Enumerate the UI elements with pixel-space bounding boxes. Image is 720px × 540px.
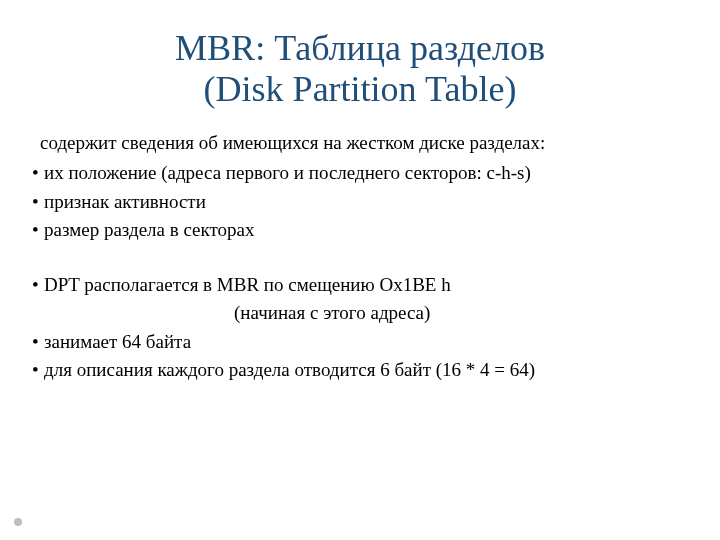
bullet-item: их положение (адреса первого и последнег…: [30, 159, 690, 188]
bullet-item: признак активности: [30, 188, 690, 217]
bullet-text: DPT располагается в MBR по смещению Ox1B…: [44, 274, 451, 295]
bullet-list-a: их положение (адреса первого и последнег…: [30, 159, 690, 245]
slide: MBR: Таблица разделов (Disk Partition Ta…: [0, 0, 720, 540]
slide-body: содержит сведения об имеющихся на жестко…: [30, 129, 690, 385]
bullet-item: DPT располагается в MBR по смещению Ox1B…: [30, 271, 690, 328]
spacer: [30, 245, 690, 271]
intro-text: содержит сведения об имеющихся на жестко…: [40, 129, 690, 158]
title-line-1: MBR: Таблица разделов: [175, 28, 545, 68]
bullet-subtext: (начиная с этого адреса): [234, 299, 690, 328]
bullet-item: размер раздела в секторах: [30, 216, 690, 245]
slide-title: MBR: Таблица разделов (Disk Partition Ta…: [30, 28, 690, 111]
bullet-list-b: DPT располагается в MBR по смещению Ox1B…: [30, 271, 690, 385]
bullet-item: для описания каждого раздела отводится 6…: [30, 356, 690, 385]
bullet-item: занимает 64 байта: [30, 328, 690, 357]
decorative-dot-icon: [14, 518, 22, 526]
title-line-2: (Disk Partition Table): [204, 69, 517, 109]
